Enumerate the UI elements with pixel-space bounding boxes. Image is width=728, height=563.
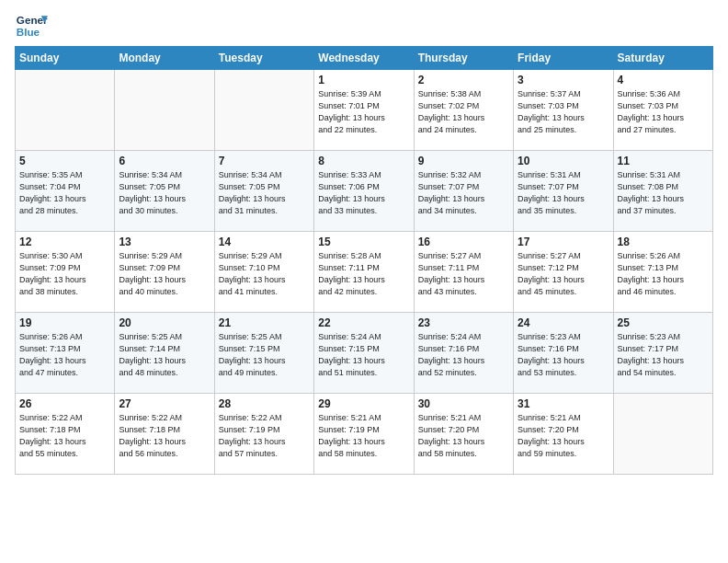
col-wednesday: Wednesday — [314, 47, 414, 70]
day-info: Sunrise: 5:37 AM Sunset: 7:03 PM Dayligh… — [518, 88, 609, 136]
calendar-header-row: Sunday Monday Tuesday Wednesday Thursday… — [16, 47, 713, 70]
day-number: 21 — [219, 316, 310, 329]
table-row — [16, 70, 115, 151]
table-row: 11Sunrise: 5:31 AM Sunset: 7:08 PM Dayli… — [613, 151, 712, 232]
day-info: Sunrise: 5:26 AM Sunset: 7:13 PM Dayligh… — [19, 331, 110, 379]
table-row: 10Sunrise: 5:31 AM Sunset: 7:07 PM Dayli… — [514, 151, 613, 232]
table-row: 28Sunrise: 5:22 AM Sunset: 7:19 PM Dayli… — [214, 394, 313, 475]
day-info: Sunrise: 5:21 AM Sunset: 7:20 PM Dayligh… — [518, 412, 609, 460]
day-number: 11 — [618, 155, 709, 167]
table-row — [115, 70, 214, 151]
day-info: Sunrise: 5:28 AM Sunset: 7:11 PM Dayligh… — [318, 250, 409, 298]
table-row: 15Sunrise: 5:28 AM Sunset: 7:11 PM Dayli… — [314, 232, 414, 313]
day-info: Sunrise: 5:27 AM Sunset: 7:11 PM Dayligh… — [418, 250, 509, 298]
table-row: 21Sunrise: 5:25 AM Sunset: 7:15 PM Dayli… — [214, 313, 313, 394]
day-info: Sunrise: 5:29 AM Sunset: 7:09 PM Dayligh… — [119, 250, 210, 298]
day-info: Sunrise: 5:35 AM Sunset: 7:04 PM Dayligh… — [19, 169, 110, 217]
day-number: 26 — [19, 397, 110, 410]
day-info: Sunrise: 5:21 AM Sunset: 7:19 PM Dayligh… — [318, 412, 409, 460]
col-thursday: Thursday — [414, 47, 513, 70]
table-row: 5Sunrise: 5:35 AM Sunset: 7:04 PM Daylig… — [16, 151, 115, 232]
day-number: 28 — [219, 397, 310, 410]
svg-text:Blue: Blue — [17, 26, 40, 38]
day-number: 8 — [318, 155, 409, 167]
day-info: Sunrise: 5:36 AM Sunset: 7:03 PM Dayligh… — [618, 88, 709, 136]
day-number: 18 — [618, 236, 709, 248]
table-row — [214, 70, 313, 151]
day-info: Sunrise: 5:31 AM Sunset: 7:07 PM Dayligh… — [518, 169, 609, 217]
col-sunday: Sunday — [16, 47, 115, 70]
calendar-week-row: 1Sunrise: 5:39 AM Sunset: 7:01 PM Daylig… — [16, 70, 713, 151]
day-info: Sunrise: 5:31 AM Sunset: 7:08 PM Dayligh… — [618, 169, 709, 217]
logo-icon: General Blue — [15, 9, 48, 42]
table-row: 25Sunrise: 5:23 AM Sunset: 7:17 PM Dayli… — [613, 313, 712, 394]
table-row: 18Sunrise: 5:26 AM Sunset: 7:13 PM Dayli… — [613, 232, 712, 313]
calendar-table: Sunday Monday Tuesday Wednesday Thursday… — [15, 46, 713, 475]
day-number: 5 — [19, 155, 110, 167]
day-number: 15 — [318, 236, 409, 248]
day-number: 24 — [518, 316, 609, 329]
day-info: Sunrise: 5:30 AM Sunset: 7:09 PM Dayligh… — [19, 250, 110, 298]
page-container: General Blue Sunday Monday Tuesday Wedne… — [0, 0, 728, 484]
day-number: 3 — [518, 74, 609, 86]
day-info: Sunrise: 5:34 AM Sunset: 7:05 PM Dayligh… — [119, 169, 210, 217]
day-number: 4 — [618, 74, 709, 86]
day-number: 20 — [119, 316, 210, 329]
table-row: 2Sunrise: 5:38 AM Sunset: 7:02 PM Daylig… — [414, 70, 513, 151]
table-row: 9Sunrise: 5:32 AM Sunset: 7:07 PM Daylig… — [414, 151, 513, 232]
col-friday: Friday — [514, 47, 613, 70]
calendar-week-row: 5Sunrise: 5:35 AM Sunset: 7:04 PM Daylig… — [16, 151, 713, 232]
day-info: Sunrise: 5:29 AM Sunset: 7:10 PM Dayligh… — [219, 250, 310, 298]
table-row: 12Sunrise: 5:30 AM Sunset: 7:09 PM Dayli… — [16, 232, 115, 313]
day-info: Sunrise: 5:33 AM Sunset: 7:06 PM Dayligh… — [318, 169, 409, 217]
day-number: 17 — [518, 236, 609, 248]
table-row: 20Sunrise: 5:25 AM Sunset: 7:14 PM Dayli… — [115, 313, 214, 394]
col-tuesday: Tuesday — [214, 47, 313, 70]
table-row: 22Sunrise: 5:24 AM Sunset: 7:15 PM Dayli… — [314, 313, 414, 394]
table-row: 27Sunrise: 5:22 AM Sunset: 7:18 PM Dayli… — [115, 394, 214, 475]
day-number: 31 — [518, 397, 609, 410]
day-number: 9 — [418, 155, 509, 167]
header: General Blue — [15, 9, 713, 42]
calendar-week-row: 19Sunrise: 5:26 AM Sunset: 7:13 PM Dayli… — [16, 313, 713, 394]
table-row — [613, 394, 712, 475]
day-number: 25 — [618, 316, 709, 329]
day-info: Sunrise: 5:22 AM Sunset: 7:19 PM Dayligh… — [219, 412, 310, 460]
table-row: 16Sunrise: 5:27 AM Sunset: 7:11 PM Dayli… — [414, 232, 513, 313]
table-row: 8Sunrise: 5:33 AM Sunset: 7:06 PM Daylig… — [314, 151, 414, 232]
table-row: 30Sunrise: 5:21 AM Sunset: 7:20 PM Dayli… — [414, 394, 513, 475]
day-info: Sunrise: 5:24 AM Sunset: 7:15 PM Dayligh… — [318, 331, 409, 379]
day-number: 22 — [318, 316, 409, 329]
day-info: Sunrise: 5:39 AM Sunset: 7:01 PM Dayligh… — [318, 88, 409, 136]
day-number: 29 — [318, 397, 409, 410]
day-info: Sunrise: 5:26 AM Sunset: 7:13 PM Dayligh… — [618, 250, 709, 298]
day-number: 6 — [119, 155, 210, 167]
logo: General Blue — [15, 9, 48, 42]
table-row: 19Sunrise: 5:26 AM Sunset: 7:13 PM Dayli… — [16, 313, 115, 394]
day-number: 13 — [119, 236, 210, 248]
day-info: Sunrise: 5:23 AM Sunset: 7:16 PM Dayligh… — [518, 331, 609, 379]
table-row: 24Sunrise: 5:23 AM Sunset: 7:16 PM Dayli… — [514, 313, 613, 394]
day-info: Sunrise: 5:24 AM Sunset: 7:16 PM Dayligh… — [418, 331, 509, 379]
day-info: Sunrise: 5:34 AM Sunset: 7:05 PM Dayligh… — [219, 169, 310, 217]
day-number: 10 — [518, 155, 609, 167]
table-row: 3Sunrise: 5:37 AM Sunset: 7:03 PM Daylig… — [514, 70, 613, 151]
calendar-week-row: 12Sunrise: 5:30 AM Sunset: 7:09 PM Dayli… — [16, 232, 713, 313]
table-row: 4Sunrise: 5:36 AM Sunset: 7:03 PM Daylig… — [613, 70, 712, 151]
day-info: Sunrise: 5:21 AM Sunset: 7:20 PM Dayligh… — [418, 412, 509, 460]
day-number: 14 — [219, 236, 310, 248]
table-row: 26Sunrise: 5:22 AM Sunset: 7:18 PM Dayli… — [16, 394, 115, 475]
day-info: Sunrise: 5:22 AM Sunset: 7:18 PM Dayligh… — [119, 412, 210, 460]
day-number: 7 — [219, 155, 310, 167]
table-row: 6Sunrise: 5:34 AM Sunset: 7:05 PM Daylig… — [115, 151, 214, 232]
svg-text:General: General — [17, 14, 48, 26]
table-row: 1Sunrise: 5:39 AM Sunset: 7:01 PM Daylig… — [314, 70, 414, 151]
table-row: 31Sunrise: 5:21 AM Sunset: 7:20 PM Dayli… — [514, 394, 613, 475]
day-number: 16 — [418, 236, 509, 248]
day-info: Sunrise: 5:25 AM Sunset: 7:15 PM Dayligh… — [219, 331, 310, 379]
calendar-week-row: 26Sunrise: 5:22 AM Sunset: 7:18 PM Dayli… — [16, 394, 713, 475]
table-row: 29Sunrise: 5:21 AM Sunset: 7:19 PM Dayli… — [314, 394, 414, 475]
day-info: Sunrise: 5:27 AM Sunset: 7:12 PM Dayligh… — [518, 250, 609, 298]
day-info: Sunrise: 5:38 AM Sunset: 7:02 PM Dayligh… — [418, 88, 509, 136]
col-saturday: Saturday — [613, 47, 712, 70]
